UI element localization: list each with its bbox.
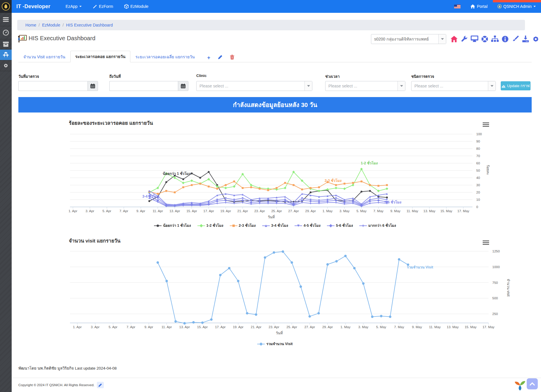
nav-user-label: QSNICH Admin bbox=[503, 4, 532, 9]
svg-text:0: 0 bbox=[476, 205, 478, 209]
legend-item[interactable]: 1-2 ชั่วโมง bbox=[197, 223, 223, 228]
home-icon[interactable] bbox=[450, 35, 458, 43]
sidebar-item-settings[interactable] bbox=[0, 60, 12, 71]
quick-toolbar bbox=[450, 35, 540, 43]
svg-text:50: 50 bbox=[476, 169, 480, 172]
tab-visit-per-day[interactable]: จำนวน Visit แยกรายวัน bbox=[18, 51, 70, 62]
date-from-input[interactable] bbox=[18, 81, 87, 91]
svg-text:5. May: 5. May bbox=[376, 325, 386, 329]
sidebar-item-menu-toggle[interactable] bbox=[0, 13, 12, 26]
date-range-banner: กำลังแสดงข้อมูลย้อนหลัง 30 วัน bbox=[18, 97, 532, 112]
svg-text:11. May: 11. May bbox=[429, 325, 441, 329]
time-range-select[interactable]: Please select ... bbox=[325, 81, 405, 91]
update-chart-button[interactable]: Update กราฟ bbox=[501, 81, 531, 90]
time-range-label: ช่วงเวลา bbox=[325, 73, 339, 80]
chevron-down-icon bbox=[488, 81, 496, 91]
info-circle-icon[interactable] bbox=[501, 35, 509, 43]
svg-text:1000: 1000 bbox=[492, 265, 500, 269]
chevron-up-icon bbox=[530, 382, 535, 386]
edit-footer-icon[interactable] bbox=[97, 382, 104, 388]
legend-label: 1-2 ชั่วโมง bbox=[206, 223, 223, 228]
legend-item[interactable]: 2-3 ชั่วโมง bbox=[230, 223, 256, 228]
breadcrumb-ezmodule[interactable]: EzModule bbox=[42, 23, 60, 27]
svg-text:9. May: 9. May bbox=[412, 325, 422, 329]
app-logo[interactable] bbox=[0, 0, 12, 13]
sidebar-item-archive[interactable] bbox=[0, 39, 12, 50]
copyright: Copyright © 2024 IT QSNICH. All Rights R… bbox=[18, 382, 104, 388]
tab-waiting-time-per-day[interactable]: ระยะเวลารอคอย แยกรายวัน bbox=[70, 51, 130, 62]
cubes-icon bbox=[3, 52, 9, 58]
legend-marker-icon bbox=[230, 224, 237, 228]
legend-item[interactable]: 4-5 ชั่วโมง bbox=[295, 223, 321, 228]
nav-portal-label: Portal bbox=[477, 4, 488, 9]
svg-text:60: 60 bbox=[476, 161, 480, 165]
svg-text:9. Apr: 9. Apr bbox=[136, 209, 145, 213]
svg-text:21. Apr: 21. Apr bbox=[237, 209, 248, 213]
notification-sliver bbox=[493, 0, 541, 2]
date-to-input[interactable] bbox=[109, 81, 178, 91]
wrench-icon[interactable] bbox=[461, 35, 468, 43]
svg-text:20: 20 bbox=[476, 191, 480, 194]
date-to-label: ถึงวันที่ bbox=[109, 73, 121, 80]
gear-icon bbox=[3, 63, 9, 68]
svg-text:วันที่: วันที่ bbox=[276, 331, 283, 335]
left-sidebar bbox=[0, 0, 12, 392]
legend-item[interactable]: 5-6 ชั่วโมง bbox=[327, 223, 353, 228]
legend-marker-icon bbox=[262, 224, 270, 228]
org-select[interactable]: s0200 กลุ่มงานดิจิทัลการแพทย์ bbox=[371, 34, 446, 44]
add-tab-icon[interactable]: + bbox=[207, 55, 211, 60]
svg-text:29. Apr: 29. Apr bbox=[305, 209, 316, 213]
delete-tab-icon[interactable] bbox=[230, 55, 234, 60]
nav-ezmodule[interactable]: EzModule bbox=[124, 4, 148, 9]
edit-tab-icon[interactable] bbox=[218, 55, 223, 60]
copyright-text: Copyright © 2024 IT QSNICH. All Rights R… bbox=[18, 383, 94, 387]
visit-count-chart: จำนวน visit แยกรายวัน 250500750100012501… bbox=[18, 232, 532, 351]
magic-wand-icon bbox=[93, 4, 97, 9]
legend-item[interactable]: น้อยกว่า 1 ชั่วโมง bbox=[154, 223, 191, 228]
settings-gear-icon[interactable] bbox=[532, 35, 540, 43]
desktop-icon[interactable] bbox=[471, 35, 478, 43]
svg-text:5. May: 5. May bbox=[356, 209, 367, 213]
brand[interactable]: IT -Developer bbox=[16, 3, 50, 10]
sitemap-icon[interactable] bbox=[491, 35, 499, 43]
svg-text:5. Apr: 5. Apr bbox=[109, 325, 118, 329]
svg-text:7. May: 7. May bbox=[394, 325, 404, 329]
legend-item[interactable]: มากกว่า 6 ชั่วโมง bbox=[359, 223, 396, 228]
download-icon[interactable] bbox=[522, 35, 529, 43]
svg-text:9. May: 9. May bbox=[391, 209, 401, 213]
vendor-logo-icon bbox=[514, 379, 526, 392]
language-flag-icon[interactable] bbox=[454, 5, 461, 8]
life-ring-icon[interactable] bbox=[481, 35, 489, 43]
sidebar-item-ezmodule[interactable] bbox=[0, 50, 12, 60]
paint-brush-icon[interactable] bbox=[512, 35, 519, 43]
nav-ezform[interactable]: EzForm bbox=[93, 4, 113, 9]
nav-user-menu[interactable]: QSNICH Admin bbox=[498, 4, 536, 9]
nav-ezapp[interactable]: EzApp bbox=[66, 4, 82, 9]
tab-average-waiting-time-per-day[interactable]: ระยะเวลารอคอยเฉลี่ย แยกรายวัน bbox=[130, 51, 199, 62]
svg-text:3. Apr: 3. Apr bbox=[85, 209, 94, 213]
clinic-select[interactable]: Please select ... bbox=[196, 81, 312, 91]
caret-down-icon bbox=[79, 6, 82, 7]
legend-label: 4-5 ชั่วโมง bbox=[304, 223, 321, 228]
svg-text:19. Apr: 19. Apr bbox=[220, 209, 231, 213]
top-navbar: IT -Developer EzApp EzForm EzModule Port… bbox=[12, 0, 541, 13]
breadcrumb-current[interactable]: HIS Executive Dashboard bbox=[66, 23, 113, 27]
sidebar-item-dashboard[interactable] bbox=[0, 26, 12, 39]
legend-marker-icon bbox=[327, 224, 335, 228]
svg-text:1. Apr: 1. Apr bbox=[73, 325, 82, 329]
svg-text:3. May: 3. May bbox=[339, 209, 350, 213]
svg-text:17. Apr: 17. Apr bbox=[215, 325, 226, 329]
scroll-to-top-button[interactable] bbox=[527, 378, 538, 389]
calendar-icon[interactable] bbox=[87, 81, 98, 91]
calendar-icon[interactable] bbox=[178, 81, 188, 91]
breadcrumb-home[interactable]: Home bbox=[25, 23, 36, 27]
exam-type-select[interactable]: Please select ... bbox=[411, 81, 496, 91]
legend-item[interactable]: 3-4 ชั่วโมง bbox=[262, 223, 288, 228]
svg-text:10: 10 bbox=[476, 198, 480, 201]
nav-portal[interactable]: Portal bbox=[470, 4, 488, 9]
clinic-label: Clinic bbox=[196, 73, 206, 78]
svg-text:7. Apr: 7. Apr bbox=[120, 209, 128, 213]
update-chart-label: Update กราฟ bbox=[507, 83, 530, 89]
svg-text:13. Apr: 13. Apr bbox=[169, 209, 180, 213]
legend-item[interactable]: รวมจำนวน Visit bbox=[257, 341, 293, 347]
